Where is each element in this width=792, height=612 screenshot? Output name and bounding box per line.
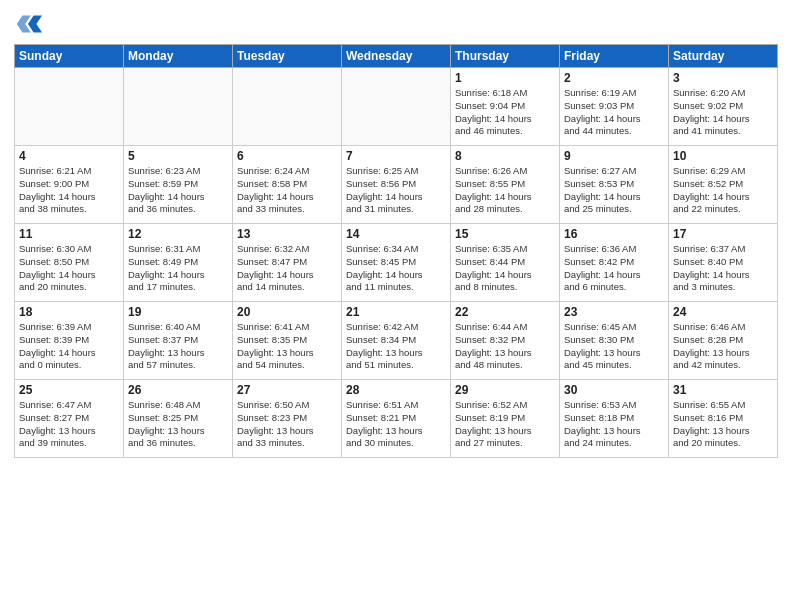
table-row: 14Sunrise: 6:34 AMSunset: 8:45 PMDayligh… bbox=[342, 224, 451, 302]
table-row: 8Sunrise: 6:26 AMSunset: 8:55 PMDaylight… bbox=[451, 146, 560, 224]
col-header-thursday: Thursday bbox=[451, 45, 560, 68]
header bbox=[14, 10, 778, 38]
day-number: 20 bbox=[237, 305, 337, 319]
day-info: Sunrise: 6:30 AMSunset: 8:50 PMDaylight:… bbox=[19, 243, 119, 294]
day-info: Sunrise: 6:34 AMSunset: 8:45 PMDaylight:… bbox=[346, 243, 446, 294]
day-info: Sunrise: 6:46 AMSunset: 8:28 PMDaylight:… bbox=[673, 321, 773, 372]
day-number: 15 bbox=[455, 227, 555, 241]
table-row: 27Sunrise: 6:50 AMSunset: 8:23 PMDayligh… bbox=[233, 380, 342, 458]
day-number: 23 bbox=[564, 305, 664, 319]
table-row: 19Sunrise: 6:40 AMSunset: 8:37 PMDayligh… bbox=[124, 302, 233, 380]
col-header-sunday: Sunday bbox=[15, 45, 124, 68]
table-row: 23Sunrise: 6:45 AMSunset: 8:30 PMDayligh… bbox=[560, 302, 669, 380]
table-row: 18Sunrise: 6:39 AMSunset: 8:39 PMDayligh… bbox=[15, 302, 124, 380]
day-info: Sunrise: 6:42 AMSunset: 8:34 PMDaylight:… bbox=[346, 321, 446, 372]
day-info: Sunrise: 6:24 AMSunset: 8:58 PMDaylight:… bbox=[237, 165, 337, 216]
day-info: Sunrise: 6:51 AMSunset: 8:21 PMDaylight:… bbox=[346, 399, 446, 450]
logo-icon bbox=[14, 10, 42, 38]
table-row: 6Sunrise: 6:24 AMSunset: 8:58 PMDaylight… bbox=[233, 146, 342, 224]
logo bbox=[14, 10, 46, 38]
table-row: 4Sunrise: 6:21 AMSunset: 9:00 PMDaylight… bbox=[15, 146, 124, 224]
day-number: 5 bbox=[128, 149, 228, 163]
day-number: 3 bbox=[673, 71, 773, 85]
col-header-friday: Friday bbox=[560, 45, 669, 68]
table-row: 30Sunrise: 6:53 AMSunset: 8:18 PMDayligh… bbox=[560, 380, 669, 458]
table-row: 29Sunrise: 6:52 AMSunset: 8:19 PMDayligh… bbox=[451, 380, 560, 458]
day-info: Sunrise: 6:37 AMSunset: 8:40 PMDaylight:… bbox=[673, 243, 773, 294]
day-info: Sunrise: 6:20 AMSunset: 9:02 PMDaylight:… bbox=[673, 87, 773, 138]
day-info: Sunrise: 6:36 AMSunset: 8:42 PMDaylight:… bbox=[564, 243, 664, 294]
table-row bbox=[124, 68, 233, 146]
day-number: 18 bbox=[19, 305, 119, 319]
day-info: Sunrise: 6:18 AMSunset: 9:04 PMDaylight:… bbox=[455, 87, 555, 138]
calendar-header-row: SundayMondayTuesdayWednesdayThursdayFrid… bbox=[15, 45, 778, 68]
table-row: 12Sunrise: 6:31 AMSunset: 8:49 PMDayligh… bbox=[124, 224, 233, 302]
day-number: 10 bbox=[673, 149, 773, 163]
day-number: 11 bbox=[19, 227, 119, 241]
day-info: Sunrise: 6:45 AMSunset: 8:30 PMDaylight:… bbox=[564, 321, 664, 372]
day-info: Sunrise: 6:32 AMSunset: 8:47 PMDaylight:… bbox=[237, 243, 337, 294]
table-row: 20Sunrise: 6:41 AMSunset: 8:35 PMDayligh… bbox=[233, 302, 342, 380]
day-number: 2 bbox=[564, 71, 664, 85]
day-number: 13 bbox=[237, 227, 337, 241]
day-number: 16 bbox=[564, 227, 664, 241]
day-number: 4 bbox=[19, 149, 119, 163]
day-number: 7 bbox=[346, 149, 446, 163]
day-info: Sunrise: 6:31 AMSunset: 8:49 PMDaylight:… bbox=[128, 243, 228, 294]
day-info: Sunrise: 6:27 AMSunset: 8:53 PMDaylight:… bbox=[564, 165, 664, 216]
table-row: 5Sunrise: 6:23 AMSunset: 8:59 PMDaylight… bbox=[124, 146, 233, 224]
day-info: Sunrise: 6:53 AMSunset: 8:18 PMDaylight:… bbox=[564, 399, 664, 450]
day-info: Sunrise: 6:35 AMSunset: 8:44 PMDaylight:… bbox=[455, 243, 555, 294]
day-number: 1 bbox=[455, 71, 555, 85]
table-row: 22Sunrise: 6:44 AMSunset: 8:32 PMDayligh… bbox=[451, 302, 560, 380]
col-header-monday: Monday bbox=[124, 45, 233, 68]
day-info: Sunrise: 6:52 AMSunset: 8:19 PMDaylight:… bbox=[455, 399, 555, 450]
table-row: 24Sunrise: 6:46 AMSunset: 8:28 PMDayligh… bbox=[669, 302, 778, 380]
table-row: 17Sunrise: 6:37 AMSunset: 8:40 PMDayligh… bbox=[669, 224, 778, 302]
calendar-week-3: 18Sunrise: 6:39 AMSunset: 8:39 PMDayligh… bbox=[15, 302, 778, 380]
table-row: 13Sunrise: 6:32 AMSunset: 8:47 PMDayligh… bbox=[233, 224, 342, 302]
day-number: 14 bbox=[346, 227, 446, 241]
page: SundayMondayTuesdayWednesdayThursdayFrid… bbox=[0, 0, 792, 612]
day-info: Sunrise: 6:41 AMSunset: 8:35 PMDaylight:… bbox=[237, 321, 337, 372]
table-row bbox=[15, 68, 124, 146]
table-row: 11Sunrise: 6:30 AMSunset: 8:50 PMDayligh… bbox=[15, 224, 124, 302]
day-number: 31 bbox=[673, 383, 773, 397]
day-number: 22 bbox=[455, 305, 555, 319]
day-info: Sunrise: 6:19 AMSunset: 9:03 PMDaylight:… bbox=[564, 87, 664, 138]
day-number: 19 bbox=[128, 305, 228, 319]
day-info: Sunrise: 6:47 AMSunset: 8:27 PMDaylight:… bbox=[19, 399, 119, 450]
table-row: 31Sunrise: 6:55 AMSunset: 8:16 PMDayligh… bbox=[669, 380, 778, 458]
day-number: 28 bbox=[346, 383, 446, 397]
day-info: Sunrise: 6:39 AMSunset: 8:39 PMDaylight:… bbox=[19, 321, 119, 372]
day-number: 21 bbox=[346, 305, 446, 319]
day-info: Sunrise: 6:23 AMSunset: 8:59 PMDaylight:… bbox=[128, 165, 228, 216]
calendar-table: SundayMondayTuesdayWednesdayThursdayFrid… bbox=[14, 44, 778, 458]
day-number: 6 bbox=[237, 149, 337, 163]
table-row: 28Sunrise: 6:51 AMSunset: 8:21 PMDayligh… bbox=[342, 380, 451, 458]
table-row: 10Sunrise: 6:29 AMSunset: 8:52 PMDayligh… bbox=[669, 146, 778, 224]
table-row: 2Sunrise: 6:19 AMSunset: 9:03 PMDaylight… bbox=[560, 68, 669, 146]
table-row bbox=[342, 68, 451, 146]
day-number: 25 bbox=[19, 383, 119, 397]
day-info: Sunrise: 6:50 AMSunset: 8:23 PMDaylight:… bbox=[237, 399, 337, 450]
day-info: Sunrise: 6:29 AMSunset: 8:52 PMDaylight:… bbox=[673, 165, 773, 216]
calendar-week-4: 25Sunrise: 6:47 AMSunset: 8:27 PMDayligh… bbox=[15, 380, 778, 458]
table-row bbox=[233, 68, 342, 146]
table-row: 26Sunrise: 6:48 AMSunset: 8:25 PMDayligh… bbox=[124, 380, 233, 458]
table-row: 7Sunrise: 6:25 AMSunset: 8:56 PMDaylight… bbox=[342, 146, 451, 224]
table-row: 9Sunrise: 6:27 AMSunset: 8:53 PMDaylight… bbox=[560, 146, 669, 224]
col-header-wednesday: Wednesday bbox=[342, 45, 451, 68]
day-info: Sunrise: 6:40 AMSunset: 8:37 PMDaylight:… bbox=[128, 321, 228, 372]
day-number: 29 bbox=[455, 383, 555, 397]
day-info: Sunrise: 6:48 AMSunset: 8:25 PMDaylight:… bbox=[128, 399, 228, 450]
table-row: 16Sunrise: 6:36 AMSunset: 8:42 PMDayligh… bbox=[560, 224, 669, 302]
day-info: Sunrise: 6:25 AMSunset: 8:56 PMDaylight:… bbox=[346, 165, 446, 216]
day-info: Sunrise: 6:21 AMSunset: 9:00 PMDaylight:… bbox=[19, 165, 119, 216]
day-number: 12 bbox=[128, 227, 228, 241]
col-header-tuesday: Tuesday bbox=[233, 45, 342, 68]
calendar-week-2: 11Sunrise: 6:30 AMSunset: 8:50 PMDayligh… bbox=[15, 224, 778, 302]
day-number: 8 bbox=[455, 149, 555, 163]
table-row: 3Sunrise: 6:20 AMSunset: 9:02 PMDaylight… bbox=[669, 68, 778, 146]
day-number: 27 bbox=[237, 383, 337, 397]
